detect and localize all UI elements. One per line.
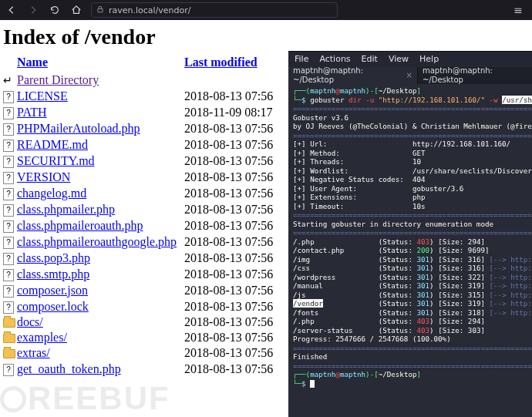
file-link[interactable]: examples/	[17, 331, 67, 344]
reload-button[interactable]	[48, 3, 62, 17]
browser-chrome: raven.local/vendor/ ≡	[0, 0, 532, 20]
table-row: ?class.smtp.php2018-08-13 07:56	[3, 266, 281, 282]
file-link[interactable]: composer.lock	[17, 300, 89, 313]
file-link[interactable]: get_oauth_token.php	[17, 362, 121, 375]
back-arrow-icon: ↵	[3, 74, 14, 85]
file-date: 2018-08-13 07:56	[184, 234, 281, 250]
table-row: ?class.phpmaileroauthgoogle.php2018-08-1…	[3, 234, 281, 250]
file-link[interactable]: class.phpmaileroauthgoogle.php	[17, 235, 177, 248]
url-text: raven.local/vendor/	[109, 5, 191, 15]
table-row: ?VERSION2018-08-13 07:56	[3, 169, 281, 185]
file-date: 2018-08-13 07:56	[184, 120, 281, 136]
parent-directory-link[interactable]: Parent Directory	[17, 73, 99, 86]
file-icon: ?	[3, 123, 14, 136]
file-listing-table: Name Last modified ↵ Parent Directory ?L…	[3, 54, 281, 377]
lock-icon	[96, 5, 104, 15]
close-icon[interactable]: ×	[406, 71, 412, 81]
folder-icon	[3, 318, 15, 328]
file-icon: ?	[3, 285, 14, 298]
file-date: 2018-08-13 07:56	[184, 217, 281, 234]
table-row: examples/2018-08-13 07:56	[3, 330, 281, 345]
table-row: ?changelog.md2018-08-13 07:56	[3, 185, 281, 201]
terminal-tab-2[interactable]: maptnh@maptnh: ~/Desktop ×	[418, 67, 532, 84]
file-link[interactable]: composer.json	[17, 284, 88, 297]
folder-icon	[3, 334, 15, 343]
file-link[interactable]: LICENSE	[17, 89, 68, 103]
table-row: ?README.md2018-08-13 07:56	[3, 136, 281, 153]
file-date: 2018-08-13 07:56	[184, 345, 281, 361]
file-icon: ?	[3, 220, 14, 233]
col-name-header[interactable]: Name	[17, 55, 48, 69]
table-row: docs/2018-08-13 07:56	[3, 314, 281, 330]
back-button[interactable]	[5, 3, 19, 17]
file-date: 2018-08-13 07:56	[184, 330, 281, 345]
file-date: 2018-08-13 07:56	[184, 136, 281, 153]
file-link[interactable]: PATH	[17, 106, 47, 119]
file-date: 2018-08-13 07:56	[184, 185, 281, 201]
file-link[interactable]: class.smtp.php	[17, 267, 89, 281]
col-modified-header[interactable]: Last modified	[184, 55, 258, 69]
file-icon: ?	[3, 237, 14, 249]
table-row: ?PHPMailerAutoload.php2018-08-13 07:56	[3, 120, 281, 136]
hamburger-icon[interactable]: ≡	[513, 4, 523, 16]
menu-help[interactable]: Help	[419, 54, 439, 65]
file-link[interactable]: class.phpmailer.php	[17, 203, 115, 216]
file-date: 2018-08-13 07:56	[184, 298, 281, 314]
file-link[interactable]: SECURITY.md	[17, 154, 95, 167]
table-row: ?SECURITY.md2018-08-13 07:56	[3, 153, 281, 169]
file-icon: ?	[3, 269, 14, 281]
terminal-tab-1[interactable]: maptnh@maptnh: ~/Desktop ×	[288, 67, 418, 84]
table-row: ?PATH2018-11-09 08:17	[3, 104, 281, 120]
file-date: 2018-08-13 07:56	[184, 153, 281, 169]
file-link[interactable]: changelog.md	[17, 187, 86, 200]
table-row: ?class.phpmailer.php2018-08-13 07:56	[3, 201, 281, 217]
file-date: 2018-08-13 07:56	[184, 88, 281, 104]
file-icon: ?	[3, 172, 14, 184]
file-date: 2018-08-13 07:56	[184, 169, 281, 185]
table-row: ?get_oauth_token.php2018-08-13 07:56	[3, 361, 281, 377]
file-icon: ?	[3, 107, 14, 119]
table-row: extras/2018-08-13 07:56	[3, 345, 281, 361]
file-link[interactable]: docs/	[17, 315, 43, 328]
menu-actions[interactable]: Actions	[319, 54, 350, 65]
menu-file[interactable]: File	[295, 54, 308, 65]
table-row: ?composer.lock2018-08-13 07:56	[3, 298, 281, 314]
file-icon: ?	[3, 301, 14, 314]
file-icon: ?	[3, 253, 14, 265]
file-link[interactable]: extras/	[17, 346, 50, 359]
folder-icon	[3, 349, 15, 358]
file-date: 2018-08-13 07:56	[184, 266, 281, 282]
watermark: REEBUF	[0, 380, 170, 417]
watermark-logo-icon	[0, 386, 26, 412]
file-link[interactable]: VERSION	[17, 170, 70, 183]
url-bar[interactable]: raven.local/vendor/	[91, 2, 338, 18]
file-link[interactable]: README.md	[17, 138, 88, 151]
menu-view[interactable]: View	[389, 54, 409, 65]
table-row: ?class.pop3.php2018-08-13 07:56	[3, 250, 281, 266]
table-row: ?class.phpmaileroauth.php2018-08-13 07:5…	[3, 217, 281, 234]
home-button[interactable]	[69, 3, 83, 17]
file-date: 2018-08-13 07:56	[184, 250, 281, 266]
table-row: ?composer.json2018-08-13 07:56	[3, 282, 281, 298]
svg-rect-0	[98, 8, 103, 12]
file-icon: ?	[3, 204, 14, 217]
file-icon: ?	[3, 156, 14, 168]
terminal-body[interactable]: ┌──(maptnh@maptnh)-[~/Desktop]└─$ gobust…	[288, 84, 532, 390]
terminal-window: File Actions Edit View Help maptnh@maptn…	[288, 51, 532, 417]
file-date: 2018-11-09 08:17	[184, 104, 281, 120]
file-date: 2018-08-13 07:56	[184, 201, 281, 217]
file-icon: ?	[3, 140, 14, 152]
file-icon: ?	[3, 91, 14, 103]
file-link[interactable]: class.pop3.php	[17, 251, 90, 264]
file-date: 2018-08-13 07:56	[184, 282, 281, 298]
file-icon: ?	[3, 188, 14, 200]
parent-directory-row: ↵ Parent Directory	[3, 72, 281, 88]
file-link[interactable]: class.phpmaileroauth.php	[17, 219, 143, 232]
page-title: Index of /vendor	[3, 25, 529, 49]
forward-button[interactable]	[26, 3, 40, 17]
file-date: 2018-08-13 07:56	[184, 361, 281, 377]
terminal-tabs: maptnh@maptnh: ~/Desktop × maptnh@maptnh…	[288, 67, 532, 84]
table-row: ?LICENSE2018-08-13 07:56	[3, 88, 281, 104]
menu-edit[interactable]: Edit	[362, 54, 378, 65]
file-link[interactable]: PHPMailerAutoload.php	[17, 122, 140, 135]
